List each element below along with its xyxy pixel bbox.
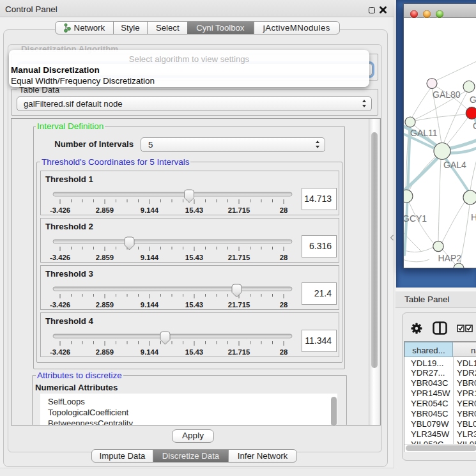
svg-text:15.43: 15.43 bbox=[185, 254, 203, 261]
svg-text:H: H bbox=[471, 212, 476, 222]
svg-text:-3.426: -3.426 bbox=[50, 301, 70, 309]
svg-text:28: 28 bbox=[280, 254, 288, 261]
svg-text:-3.426: -3.426 bbox=[50, 206, 70, 214]
svg-text:28: 28 bbox=[280, 206, 288, 214]
svg-text:GA: GA bbox=[470, 95, 476, 105]
svg-text:GAL80: GAL80 bbox=[433, 89, 461, 100]
svg-text:2.859: 2.859 bbox=[96, 301, 114, 309]
svg-text:15.43: 15.43 bbox=[185, 206, 203, 214]
svg-text:-3.426: -3.426 bbox=[50, 254, 70, 261]
svg-text:9.144: 9.144 bbox=[141, 301, 159, 309]
svg-text:2.859: 2.859 bbox=[96, 206, 114, 214]
svg-text:21.715: 21.715 bbox=[228, 348, 250, 356]
svg-text:21.715: 21.715 bbox=[228, 301, 250, 309]
svg-text:28: 28 bbox=[280, 301, 288, 309]
svg-text:-3.426: -3.426 bbox=[50, 348, 70, 356]
svg-text:HAP2: HAP2 bbox=[438, 253, 462, 263]
svg-text:9.144: 9.144 bbox=[141, 206, 159, 214]
svg-text:GAL4: GAL4 bbox=[443, 160, 466, 170]
svg-text:2.859: 2.859 bbox=[96, 348, 114, 356]
svg-text:2.859: 2.859 bbox=[96, 254, 114, 261]
svg-text:15.43: 15.43 bbox=[185, 301, 203, 309]
svg-text:GCY1: GCY1 bbox=[404, 213, 427, 224]
svg-text:15.43: 15.43 bbox=[185, 348, 203, 356]
svg-text:21.715: 21.715 bbox=[228, 254, 250, 261]
svg-text:28: 28 bbox=[280, 348, 288, 356]
svg-text:GAL11: GAL11 bbox=[410, 128, 438, 138]
svg-text:21.715: 21.715 bbox=[228, 206, 250, 214]
svg-text:G: G bbox=[473, 121, 476, 131]
svg-text:9.144: 9.144 bbox=[141, 254, 159, 261]
svg-text:9.144: 9.144 bbox=[141, 348, 159, 356]
